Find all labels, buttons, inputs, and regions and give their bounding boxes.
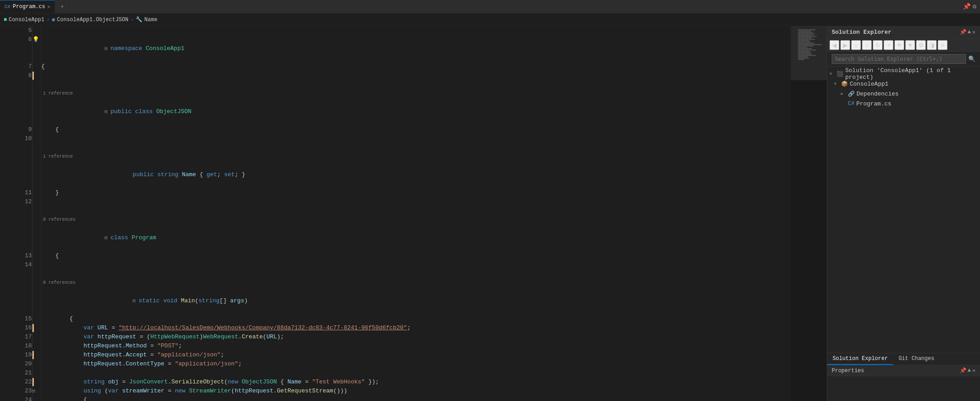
tab-new[interactable]: ＋ (55, 0, 70, 13)
class-icon: ◉ (52, 16, 55, 23)
gutter-23: ⊟ (32, 387, 41, 396)
pin-prop-icon[interactable]: 📌 (960, 367, 966, 374)
table-row: 7 { (0, 62, 791, 71)
tab-program-cs[interactable]: C# Program.cs ✕ (0, 0, 55, 13)
properties-panel: Properties 📌 ▲ ✕ (827, 365, 980, 401)
sidebar-item-program-cs[interactable]: C# Program.cs (827, 99, 980, 109)
tab-add-icon: ＋ (60, 3, 65, 10)
line-number: 5 (0, 26, 32, 35)
tab-label: Program.cs (13, 4, 45, 10)
hint-bulb-icon[interactable]: 💡 (32, 36, 39, 43)
refresh-button[interactable]: ↻ (873, 40, 883, 50)
gutter-5 (32, 26, 41, 35)
ref-label: 0 references (41, 215, 791, 224)
line-number: 22 (0, 378, 32, 387)
code-14: 0 references ⊟ static void Main(string[]… (41, 260, 791, 314)
home-button[interactable]: ⌂ (851, 40, 861, 50)
line-number: 7 (0, 62, 32, 71)
breadcrumb: ■ ConsoleApp1 › ◉ ConsoleApp1.ObjectJSON… (0, 14, 980, 26)
back-button[interactable]: ◀ (829, 40, 839, 50)
line-number: 15 (0, 314, 32, 324)
breadcrumb-member[interactable]: 🔧 Name (136, 16, 157, 23)
gutter-9 (32, 125, 41, 134)
collapse-btn-23[interactable]: ⊟ (32, 388, 36, 394)
collapse-indicator[interactable]: ⊟ (105, 109, 110, 114)
table-row: 15 { (0, 314, 791, 324)
close-se-icon[interactable]: ✕ (972, 29, 975, 36)
solution-explorer-header: Solution Explorer 📌 ▲ ✕ (827, 26, 980, 39)
search-input[interactable] (832, 54, 966, 64)
sidebar-item-dependencies[interactable]: ▶ 🔗 Dependencies (827, 89, 980, 99)
gutter-24 (32, 396, 41, 401)
maximize-icon[interactable]: ▲ (968, 29, 971, 36)
tab-solution-explorer[interactable]: Solution Explorer (827, 353, 893, 365)
preview-button[interactable]: ◨ (927, 40, 937, 50)
sidebar-item-solution[interactable]: ▼ ⬛ Solution 'ConsoleApp1' (1 of 1 proje… (827, 69, 980, 79)
settings-icon[interactable]: ⚙ (973, 3, 976, 10)
breadcrumb-class[interactable]: ◉ ConsoleApp1.ObjectJSON (52, 16, 128, 23)
project-icon: 📦 (841, 81, 848, 87)
expand-icon-project: ▼ (834, 82, 839, 87)
yellow-bar-icon (32, 378, 34, 386)
collapse-indicator[interactable]: ⊟ (105, 46, 110, 51)
minimap-slider[interactable] (791, 26, 827, 80)
header-icons: 📌 ▲ ✕ (960, 29, 975, 36)
line-number: 16 (0, 324, 32, 333)
gutter-18 (32, 342, 41, 351)
sync-button[interactable]: ↕ (862, 40, 872, 50)
maximize-prop-icon[interactable]: ▲ (968, 367, 971, 374)
solution-explorer-panel: Solution Explorer 📌 ▲ ✕ ◀ ▶ ⌂ ↕ ↻ ＋ 👁 ▼ … (827, 26, 980, 401)
line-number: 17 (0, 333, 32, 342)
pin-icon[interactable]: 📌 (963, 3, 971, 10)
tab-bar: C# Program.cs ✕ ＋ 📌 ⚙ (0, 0, 980, 14)
add-button[interactable]: ＋ (884, 40, 893, 50)
gutter-12 (32, 197, 41, 251)
code-7: { (41, 62, 791, 71)
search-icon[interactable]: 🔍 (968, 55, 975, 63)
line-number: 14 (0, 260, 32, 314)
forward-button[interactable]: ▶ (840, 40, 850, 50)
gutter-21 (32, 369, 41, 378)
properties-button[interactable]: ⚙ (916, 40, 926, 50)
gutter-15 (32, 314, 41, 324)
settings-button[interactable]: ≡ (938, 40, 948, 50)
solution-explorer-title: Solution Explorer (832, 29, 892, 36)
properties-content (827, 376, 980, 401)
tab-actions: 📌 ⚙ (959, 3, 980, 10)
table-row: 18 httpRequest.Method = "POST"; (0, 342, 791, 351)
pin-window-icon[interactable]: 📌 (960, 29, 966, 36)
gutter-10 (32, 134, 41, 188)
tab-git-changes[interactable]: Git Changes (893, 353, 939, 365)
code-editor[interactable]: 5 6 💡 ⊟ namespac (0, 26, 791, 401)
table-row: 21 (0, 369, 791, 378)
show-all-button[interactable]: 👁 (894, 40, 904, 50)
code-18: httpRequest.Method = "POST"; (41, 342, 791, 351)
table-row: 17 var httpRequest = (HttpWebRequest)Web… (0, 333, 791, 342)
program-cs-label: Program.cs (856, 100, 891, 107)
editor-row: 5 6 💡 ⊟ namespac (0, 26, 827, 401)
code-6: ⊟ namespace ConsoleApp1 (41, 35, 791, 62)
tab-close-button[interactable]: ✕ (47, 4, 50, 9)
code-19: httpRequest.Accept = "application/json"; (41, 351, 791, 360)
line-number: 21 (0, 369, 32, 378)
close-prop-icon[interactable]: ✕ (972, 367, 975, 374)
properties-header: Properties 📌 ▲ ✕ (827, 365, 980, 376)
yellow-bar-icon (32, 351, 34, 359)
gutter-14 (32, 260, 41, 314)
breadcrumb-sep1: › (46, 17, 50, 23)
table-row: 16 var URL = "http://localhost/SalesDemo… (0, 324, 791, 333)
ref-label: 0 references (41, 278, 791, 287)
filter-button[interactable]: ▼ (905, 40, 915, 50)
code-9: { (41, 125, 791, 134)
property-icon: 🔧 (136, 16, 142, 23)
project-icon: ■ (4, 17, 7, 23)
table-row: 14 0 references ⊟ static void Main(strin… (0, 260, 791, 314)
expand-icon-solution: ▼ (829, 72, 835, 77)
breadcrumb-project[interactable]: ■ ConsoleApp1 (4, 17, 44, 23)
line-number: 13 (0, 251, 32, 260)
collapse-indicator[interactable]: ⊟ (133, 298, 138, 304)
solution-label: Solution 'ConsoleApp1' (1 of 1 project) (845, 67, 978, 81)
code-22: string obj = JsonConvert.SerializeObject… (41, 378, 791, 387)
collapse-indicator[interactable]: ⊟ (105, 235, 110, 241)
solution-icon: ⬛ (837, 71, 843, 77)
